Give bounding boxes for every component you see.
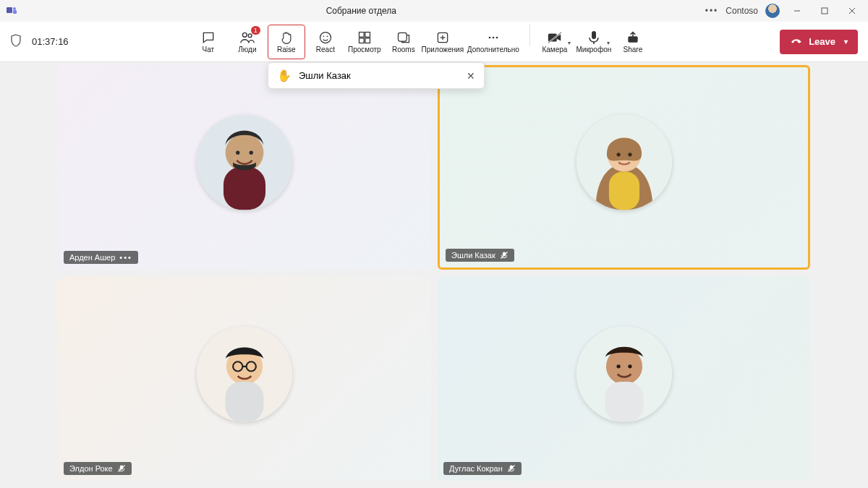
svg-point-20 bbox=[489, 37, 491, 39]
svg-rect-31 bbox=[223, 167, 265, 210]
svg-point-22 bbox=[496, 37, 498, 39]
leave-label: Leave bbox=[809, 36, 835, 47]
avatar bbox=[197, 326, 292, 421]
svg-point-7 bbox=[242, 33, 247, 37]
chat-icon bbox=[201, 30, 216, 46]
svg-point-8 bbox=[248, 34, 252, 38]
svg-rect-16 bbox=[398, 33, 407, 41]
raise-hand-icon bbox=[279, 30, 294, 46]
svg-rect-12 bbox=[359, 33, 364, 38]
participant-nametag: Элдон Роке bbox=[64, 462, 132, 475]
view-icon bbox=[357, 30, 372, 46]
meeting-timer: 01:37:16 bbox=[32, 36, 69, 47]
people-button[interactable]: 1 Люди bbox=[229, 25, 266, 59]
window-close-button[interactable] bbox=[842, 4, 862, 18]
participant-tile[interactable]: Эшли Казак bbox=[438, 65, 810, 270]
apps-button[interactable]: Приложения bbox=[424, 25, 461, 59]
svg-point-53 bbox=[628, 364, 631, 368]
svg-point-10 bbox=[323, 36, 325, 38]
chat-label: Чат bbox=[203, 46, 215, 53]
mic-off-icon bbox=[500, 251, 509, 260]
mic-button[interactable]: ▾ Микрофон bbox=[575, 25, 613, 59]
titlebar-more-icon[interactable]: ••• bbox=[705, 6, 719, 16]
participant-tile[interactable]: Арден Ашер ••• bbox=[58, 65, 430, 270]
view-button[interactable]: Просмотр bbox=[346, 25, 383, 59]
svg-rect-26 bbox=[592, 31, 596, 39]
react-button[interactable]: React bbox=[307, 25, 344, 59]
svg-rect-15 bbox=[365, 38, 370, 43]
chevron-down-icon: ▾ bbox=[844, 38, 848, 46]
svg-rect-4 bbox=[822, 8, 827, 14]
svg-point-11 bbox=[327, 36, 328, 38]
mic-label: Микрофон bbox=[576, 46, 611, 53]
apps-icon bbox=[435, 30, 450, 46]
mic-off-icon bbox=[507, 464, 516, 473]
svg-point-21 bbox=[493, 37, 495, 39]
toolbar-divider bbox=[529, 25, 530, 46]
current-user-avatar[interactable] bbox=[765, 4, 780, 18]
svg-rect-43 bbox=[225, 382, 263, 421]
svg-point-52 bbox=[616, 364, 620, 368]
svg-rect-14 bbox=[359, 38, 364, 43]
more-icon[interactable]: ••• bbox=[119, 253, 132, 262]
window-minimize-button[interactable] bbox=[787, 4, 807, 18]
close-icon[interactable]: ✕ bbox=[467, 70, 475, 82]
raise-label: Raise bbox=[277, 46, 296, 53]
react-icon bbox=[318, 30, 333, 46]
share-icon bbox=[626, 30, 640, 46]
participant-name: Дуглас Кокран bbox=[449, 464, 503, 473]
meeting-title: Собрание отдела bbox=[17, 6, 705, 16]
more-label: Дополнительно bbox=[467, 46, 519, 53]
camera-label: Камера bbox=[542, 46, 567, 53]
leave-button[interactable]: Leave ▾ bbox=[780, 30, 858, 54]
react-label: React bbox=[316, 46, 335, 53]
window-maximize-button[interactable] bbox=[814, 4, 835, 18]
participant-tile[interactable]: Элдон Роке bbox=[58, 277, 430, 481]
hand-emoji-icon: ✋ bbox=[277, 69, 292, 82]
mic-icon bbox=[587, 30, 600, 46]
rooms-button[interactable]: Rooms bbox=[385, 25, 422, 59]
svg-point-1 bbox=[13, 7, 16, 10]
participant-nametag: Арден Ашер ••• bbox=[64, 251, 138, 264]
window-titlebar: Собрание отдела ••• Contoso bbox=[0, 0, 868, 22]
participant-tile[interactable]: Дуглас Кокран bbox=[438, 277, 810, 481]
people-badge: 1 bbox=[251, 26, 260, 35]
svg-point-32 bbox=[236, 151, 239, 155]
svg-point-33 bbox=[249, 151, 252, 155]
participant-name: Эшли Казак bbox=[451, 251, 495, 260]
svg-rect-38 bbox=[608, 172, 639, 210]
shield-icon[interactable] bbox=[10, 34, 22, 50]
people-label: Люди bbox=[238, 46, 256, 53]
chat-button[interactable]: Чат bbox=[190, 25, 227, 59]
apps-label: Приложения bbox=[422, 46, 464, 53]
svg-point-36 bbox=[616, 153, 620, 156]
more-button[interactable]: Дополнительно bbox=[463, 25, 524, 59]
svg-point-37 bbox=[628, 153, 631, 156]
share-button[interactable]: Share bbox=[614, 25, 652, 59]
avatar bbox=[197, 115, 292, 210]
svg-rect-0 bbox=[7, 7, 12, 13]
svg-rect-51 bbox=[605, 382, 643, 421]
meeting-toolbar: 01:37:16 Чат 1 Люди Raise React Просмотр… bbox=[0, 22, 868, 62]
svg-rect-13 bbox=[365, 33, 370, 38]
avatar bbox=[576, 115, 672, 210]
participant-name: Арден Ашер bbox=[69, 253, 115, 262]
participant-name: Элдон Роке bbox=[69, 464, 113, 473]
svg-rect-2 bbox=[13, 10, 17, 14]
raised-hand-toast: ✋ Эшли Казак ✕ bbox=[268, 62, 485, 89]
toast-name: Эшли Казак bbox=[299, 70, 351, 81]
org-name: Contoso bbox=[726, 6, 758, 16]
share-label: Share bbox=[624, 46, 643, 53]
rooms-icon bbox=[396, 30, 411, 46]
participant-nametag: Эшли Казак bbox=[446, 249, 514, 262]
chevron-down-icon: ▾ bbox=[568, 40, 571, 46]
participant-nametag: Дуглас Кокран bbox=[443, 462, 522, 475]
chevron-down-icon: ▾ bbox=[607, 40, 610, 46]
hangup-icon bbox=[790, 34, 803, 49]
raise-hand-button[interactable]: Raise bbox=[268, 25, 305, 59]
camera-button[interactable]: ▾ Камера bbox=[536, 25, 574, 59]
teams-app-icon bbox=[6, 4, 17, 18]
camera-off-icon bbox=[547, 30, 563, 46]
video-stage: ✋ Эшли Казак ✕ Арден Ашер ••• Эшли Казак… bbox=[0, 62, 868, 488]
avatar bbox=[576, 326, 672, 421]
